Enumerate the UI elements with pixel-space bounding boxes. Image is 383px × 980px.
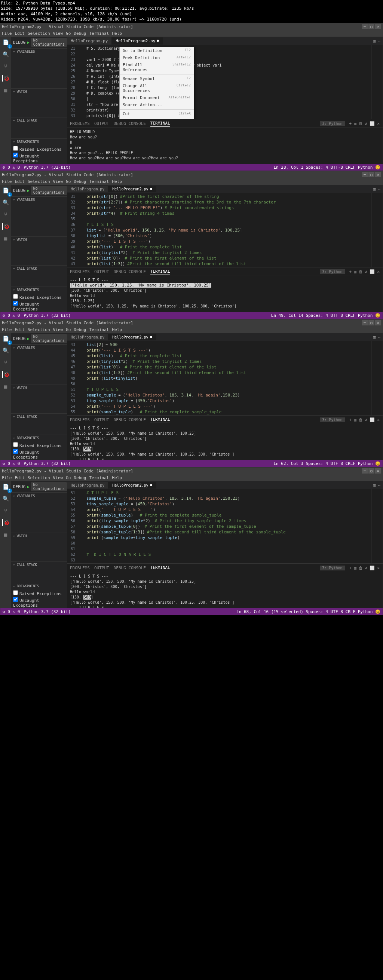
breakpoints-section[interactable]: BREAKPOINTS <box>11 138 67 145</box>
term-terminal[interactable]: TERMINAL <box>150 120 170 127</box>
vscode-frame-4: HelloProgram2.py - Visual Studio Code [A… <box>0 467 383 615</box>
minimize-icon[interactable]: ─ <box>362 24 368 29</box>
ctx-change[interactable]: Change All OccurrencesCtrl+F2 <box>120 82 194 94</box>
window-title: HelloProgram2.py - Visual Studio Code [A… <box>2 24 133 29</box>
vscode-frame-1: HelloProgram2.py - Visual Studio Code [A… <box>0 23 383 171</box>
term-select[interactable]: 3: Python <box>320 121 345 126</box>
ctx-cut[interactable]: CutCtrl+X <box>120 110 194 118</box>
code-editor[interactable]: 2122232425262728293031323334353637383940… <box>67 45 383 119</box>
file-info: File: 2. Python Data Types.mp4 Size: 197… <box>0 0 383 23</box>
titlebar[interactable]: HelloProgram2.py - Visual Studio Code [A… <box>0 23 383 30</box>
activitybar: 📄1 🔍 ⑂ 🐞 ▦ <box>0 37 11 164</box>
tab-helloprogram[interactable]: HelloProgram.py <box>67 37 112 45</box>
ctx-findref[interactable]: Find All ReferencesShift+F12 <box>120 61 194 73</box>
terminal-panel: PROBLEMS OUTPUT DEBUG CONSOLE TERMINAL 3… <box>67 119 383 164</box>
term-debugcon[interactable]: DEBUG CONSOLE <box>114 121 146 127</box>
ctx-peek[interactable]: Peek DefinitionAlt+F12 <box>120 54 194 61</box>
split-icon[interactable]: ▥ <box>373 38 376 43</box>
scm-icon[interactable]: ⑂ <box>2 63 9 70</box>
term-problems[interactable]: PROBLEMS <box>70 121 90 127</box>
gutter: 2122232425262728293031323334353637383940… <box>67 45 78 119</box>
menu-edit[interactable]: Edit <box>15 31 25 36</box>
term-max-icon[interactable]: ⬜ <box>370 121 375 127</box>
tabs: HelloProgram.py HelloProgram2.py ▥⋯ <box>67 37 383 45</box>
raised-exceptions[interactable]: Raised Exceptions <box>13 145 65 152</box>
tab-helloprogram2[interactable]: HelloProgram2.py <box>112 37 163 45</box>
menu-terminal[interactable]: Terminal <box>89 31 109 36</box>
debug-toolbar: DEBUG ▶ No Configurations ⚙ ▣ <box>11 37 67 48</box>
term-split-icon[interactable]: ▥ <box>354 121 356 127</box>
menu-go[interactable]: Go <box>66 31 71 36</box>
variables-section[interactable]: VARIABLES <box>11 48 67 55</box>
editor: HelloProgram.py HelloProgram2.py ▥⋯ 2122… <box>67 37 383 164</box>
vscode-frame-2: HelloProgram2.py - Visual Studio Code [A… <box>0 171 383 319</box>
config-select[interactable]: No Configurations <box>31 38 67 47</box>
term-close-icon[interactable]: ✕ <box>377 121 380 127</box>
terminal-output[interactable]: HELLO WORLD How are you? H w are How are… <box>67 128 383 164</box>
menu-file[interactable]: File <box>2 31 12 36</box>
search-icon[interactable]: 🔍 <box>2 51 9 57</box>
extensions-icon[interactable]: ▦ <box>2 87 9 94</box>
play-icon[interactable]: ▶ <box>27 40 30 45</box>
ctx-rename[interactable]: Rename SymbolF2 <box>120 75 194 82</box>
modified-dot-icon <box>157 40 159 42</box>
term-up-icon[interactable]: ∧ <box>365 121 368 127</box>
vscode-frame-3: HelloProgram2.py - Visual Studio Code [A… <box>0 319 383 467</box>
ctx-format[interactable]: Format DocumentAlt+Shift+F <box>120 94 194 101</box>
menu-help[interactable]: Help <box>112 31 122 36</box>
close-icon[interactable]: ✕ <box>375 24 381 29</box>
ctx-goto[interactable]: Go to DefinitionF12 <box>120 47 194 54</box>
debug-label: DEBUG <box>13 40 25 45</box>
menubar[interactable]: File Edit Selection View Go Debug Termin… <box>0 30 383 37</box>
menu-debug[interactable]: Debug <box>74 31 86 36</box>
debug-icon[interactable]: 🐞 <box>2 75 9 81</box>
ctx-copy[interactable]: CopyCtrl+C <box>120 118 194 119</box>
menu-view[interactable]: View <box>53 31 63 36</box>
sidebar: DEBUG ▶ No Configurations ⚙ ▣ VARIABLES … <box>11 37 67 164</box>
uncaught-exceptions[interactable]: Uncaught Exceptions <box>13 152 65 164</box>
context-menu: Go to DefinitionF12 Peek DefinitionAlt+F… <box>119 47 194 119</box>
minimap[interactable] <box>372 45 383 119</box>
more-icon[interactable]: ⋯ <box>378 38 380 43</box>
callstack-section[interactable]: CALL STACK <box>11 117 67 123</box>
ctx-source[interactable]: Source Action... <box>120 101 194 108</box>
status-cursor[interactable]: Ln 28, Col 1 Spaces: 4 UTF-8 CRLF Python… <box>273 165 380 170</box>
term-add-icon[interactable]: + <box>349 121 352 127</box>
maximize-icon[interactable]: ▢ <box>369 24 374 29</box>
status-python[interactable]: Python 3.7 (32-bit) <box>24 165 71 170</box>
watch-section[interactable]: WATCH <box>11 88 67 95</box>
term-output[interactable]: OUTPUT <box>94 121 109 127</box>
explorer-icon[interactable]: 📄1 <box>2 39 9 46</box>
status-errors[interactable]: ⊘ 0 ⚠ 0 <box>3 165 20 170</box>
term-trash-icon[interactable]: 🗑 <box>359 121 363 127</box>
menu-selection[interactable]: Selection <box>28 31 50 36</box>
statusbar: ⊘ 0 ⚠ 0Python 3.7 (32-bit) Ln 28, Col 1 … <box>0 164 383 170</box>
